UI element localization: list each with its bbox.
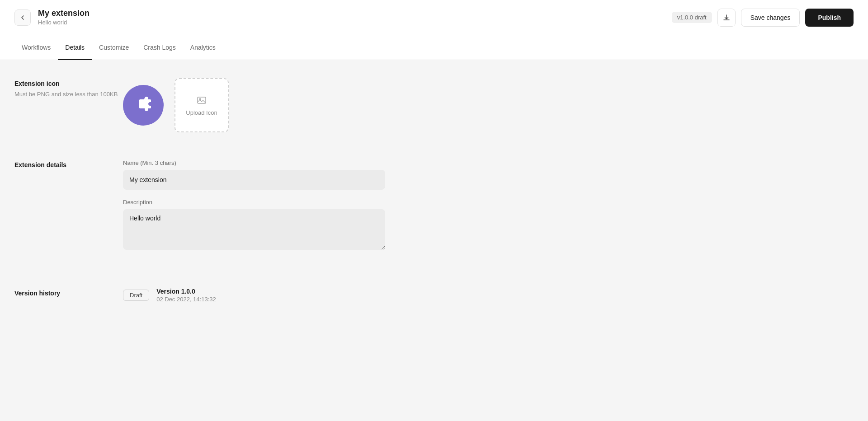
name-input[interactable] [123, 170, 385, 190]
tab-crash-logs[interactable]: Crash Logs [136, 36, 183, 60]
download-button[interactable] [717, 9, 736, 27]
details-section-title: Extension details [14, 161, 123, 168]
draft-badge: Draft [123, 290, 149, 301]
upload-icon-label: Upload Icon [186, 109, 217, 116]
main-content: Extension icon Must be PNG and size less… [0, 60, 633, 348]
image-icon [196, 95, 207, 106]
header-subtitle: Hello world [38, 19, 90, 27]
icon-section-content: Upload Icon [123, 78, 618, 132]
version-info: Version 1.0.0 02 Dec 2022, 14:13:32 [156, 288, 216, 303]
tab-details[interactable]: Details [58, 36, 92, 60]
icon-section-title: Extension icon [14, 80, 123, 87]
header-title: My extension [38, 8, 90, 19]
version-badge: v1.0.0 draft [672, 12, 712, 23]
description-textarea[interactable] [123, 209, 385, 250]
description-field-label: Description [123, 199, 618, 206]
header-title-block: My extension Hello world [38, 8, 90, 26]
tab-customize[interactable]: Customize [92, 36, 136, 60]
version-info-date: 02 Dec 2022, 14:13:32 [156, 296, 216, 303]
description-form-group: Description [123, 199, 618, 252]
version-history-title: Version history [14, 290, 123, 297]
save-changes-button[interactable]: Save changes [741, 9, 800, 27]
version-info-title: Version 1.0.0 [156, 288, 216, 295]
upload-icon-box[interactable]: Upload Icon [175, 78, 229, 132]
tab-workflows[interactable]: Workflows [14, 36, 58, 60]
tabs-bar: Workflows Details Customize Crash Logs A… [0, 35, 868, 60]
name-form-group: Name (Min. 3 chars) [123, 159, 618, 190]
details-section-content: Name (Min. 3 chars) Description [123, 159, 618, 261]
svg-rect-0 [198, 97, 206, 103]
version-history-label: Version history [14, 288, 123, 303]
extension-icon-preview [123, 85, 164, 126]
details-section-label: Extension details [14, 159, 123, 261]
header: My extension Hello world v1.0.0 draft Sa… [0, 0, 868, 35]
back-button[interactable] [14, 9, 31, 26]
version-history-content: Draft Version 1.0.0 02 Dec 2022, 14:13:3… [123, 288, 618, 303]
publish-button[interactable]: Publish [805, 9, 854, 27]
name-field-label: Name (Min. 3 chars) [123, 159, 618, 166]
version-history-section: Version history Draft Version 1.0.0 02 D… [14, 288, 618, 303]
header-actions: v1.0.0 draft Save changes Publish [672, 9, 854, 27]
version-history-item: Draft Version 1.0.0 02 Dec 2022, 14:13:3… [123, 288, 618, 303]
tab-analytics[interactable]: Analytics [183, 36, 223, 60]
extension-details-section: Extension details Name (Min. 3 chars) De… [14, 159, 618, 261]
icon-section-label: Extension icon Must be PNG and size less… [14, 78, 123, 132]
extension-icon-section: Extension icon Must be PNG and size less… [14, 78, 618, 132]
svg-point-1 [199, 98, 201, 100]
icon-section-desc: Must be PNG and size less than 100KB [14, 90, 123, 99]
